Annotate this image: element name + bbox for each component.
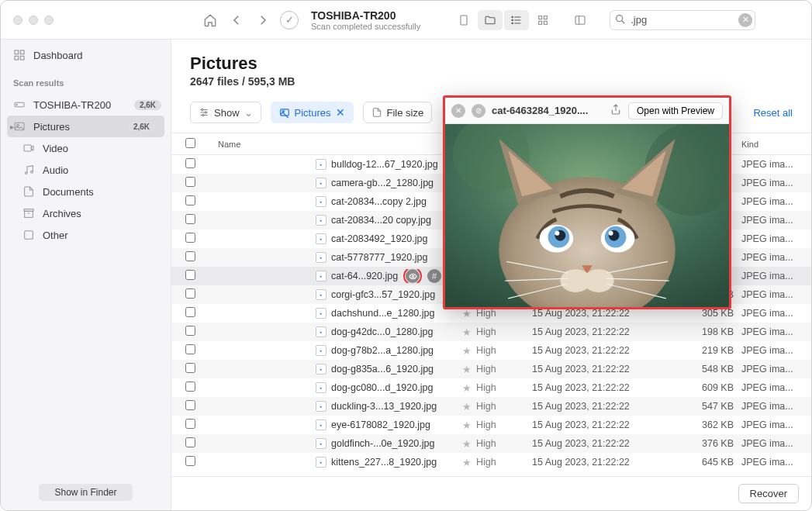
minimize-window-icon[interactable] <box>29 16 38 25</box>
preview-icon[interactable] <box>406 269 420 283</box>
file-kind: JPEG ima... <box>741 271 811 281</box>
star-icon: ★ <box>462 438 472 450</box>
file-name: dog-g835a...6_1920.jpg <box>331 364 434 375</box>
row-checkbox[interactable] <box>185 400 195 410</box>
zoom-window-icon[interactable] <box>44 16 54 25</box>
row-checkbox[interactable] <box>185 456 195 466</box>
select-all-checkbox[interactable] <box>185 138 195 148</box>
clear-search-icon[interactable]: ✕ <box>738 13 752 27</box>
chevron-right-icon[interactable]: ▸ <box>10 123 14 131</box>
sidebar-item-video[interactable]: Video <box>1 137 171 159</box>
file-kind: JPEG ima... <box>741 457 811 468</box>
recovery-chance: High <box>476 382 496 393</box>
row-checkbox[interactable] <box>185 419 195 429</box>
row-checkbox[interactable] <box>185 437 195 447</box>
remove-chip-icon[interactable]: ✕ <box>336 106 345 119</box>
search-input[interactable] <box>610 10 755 30</box>
table-row[interactable]: ▪dog-g78b2...a_1280.jpg★High15 Aug 2023,… <box>171 341 811 360</box>
scan-status-text: Scan completed successfully <box>311 22 420 31</box>
file-name: camera-gb...2_1280.jpg <box>331 178 434 188</box>
table-row[interactable]: ▪dog-g835a...6_1920.jpg★High15 Aug 2023,… <box>171 360 811 378</box>
view-grid-icon[interactable] <box>530 10 555 30</box>
row-checkbox[interactable] <box>185 382 195 392</box>
file-date: 15 Aug 2023, 21:22:22 <box>532 326 672 337</box>
file-name: dachshund...e_1280.jpg <box>331 308 434 319</box>
hex-icon[interactable]: # <box>427 269 441 283</box>
table-row[interactable]: ▪dog-g42dc...0_1280.jpg★High15 Aug 2023,… <box>171 323 811 341</box>
close-window-icon[interactable] <box>13 16 22 25</box>
drive-title: TOSHIBA-TR200 <box>311 9 420 22</box>
file-name: cat-20834...copy 2.jpg <box>331 196 427 207</box>
filesize-filter-button[interactable]: File size <box>363 102 433 123</box>
view-page-icon[interactable] <box>451 10 476 30</box>
recovery-chance: High <box>476 420 496 430</box>
documents-icon <box>22 185 35 198</box>
row-checkbox[interactable] <box>185 195 195 205</box>
col-kind[interactable]: Kind <box>741 140 811 149</box>
file-type-icon: ▪ <box>316 271 327 281</box>
view-folder-icon[interactable] <box>478 10 503 30</box>
sidebar-item-label: Video <box>43 143 68 154</box>
back-icon[interactable] <box>227 11 246 29</box>
view-list-icon[interactable] <box>504 10 529 30</box>
reset-all-link[interactable]: Reset all <box>753 107 793 119</box>
star-icon: ★ <box>462 364 472 375</box>
row-checkbox[interactable] <box>185 214 195 224</box>
home-icon[interactable] <box>201 11 219 29</box>
drive-icon <box>13 98 26 111</box>
file-name: dog-g42dc...0_1280.jpg <box>331 326 433 337</box>
row-checkbox[interactable] <box>185 344 195 354</box>
sidebar-item-other[interactable]: Other <box>1 224 171 246</box>
table-row[interactable]: ▪goldfinch-...0e_1920.jpg★High15 Aug 202… <box>171 434 811 453</box>
sidebar-item-audio[interactable]: Audio <box>1 159 171 181</box>
share-icon[interactable] <box>610 103 622 118</box>
pictures-icon <box>279 107 290 118</box>
block-icon[interactable]: ⊘ <box>472 104 485 118</box>
svg-point-35 <box>202 114 204 116</box>
row-checkbox[interactable] <box>185 326 195 336</box>
recover-button[interactable]: Recover <box>738 484 799 503</box>
file-type-icon: ▪ <box>316 252 327 263</box>
table-row[interactable]: ▪duckling-3...13_1920.jpg★High15 Aug 202… <box>171 397 811 416</box>
row-checkbox[interactable] <box>185 363 195 373</box>
file-size: 198 KB <box>672 326 741 337</box>
close-preview-icon[interactable]: ✕ <box>451 104 465 118</box>
file-date: 15 Aug 2023, 21:22:22 <box>532 308 672 319</box>
sidebar-item-documents[interactable]: Documents <box>1 181 171 202</box>
recovery-chance: High <box>476 438 496 449</box>
svg-rect-29 <box>25 231 33 240</box>
sidebar-item-label: Other <box>43 230 68 241</box>
table-row[interactable]: ▪eye-6178082_1920.jpg★High15 Aug 2023, 2… <box>171 416 811 434</box>
pictures-filter-chip[interactable]: Pictures ✕ <box>271 102 354 123</box>
row-checkbox[interactable] <box>185 270 195 280</box>
sidebar-dashboard[interactable]: Dashboard <box>1 44 171 66</box>
table-row[interactable]: ▪dog-gc080...d_1920.jpg★High15 Aug 2023,… <box>171 378 811 397</box>
search-field[interactable]: ✕ <box>610 10 755 30</box>
sidebar-item-label: Pictures <box>33 121 70 133</box>
show-in-finder-button[interactable]: Show in Finder <box>39 484 132 501</box>
col-name[interactable]: Name <box>218 140 240 149</box>
row-checkbox[interactable] <box>185 288 195 299</box>
file-type-icon: ▪ <box>316 159 327 170</box>
forward-icon[interactable] <box>254 11 272 29</box>
file-name: cat-2083492_1920.jpg <box>331 233 427 244</box>
row-checkbox[interactable] <box>185 251 195 261</box>
sidebar-drive[interactable]: TOSHIBA-TR200 2,6K <box>1 94 171 116</box>
show-filter-button[interactable]: Show ⌄ <box>190 102 261 123</box>
svg-point-38 <box>412 275 414 278</box>
file-kind: JPEG ima... <box>741 401 811 412</box>
row-checkbox[interactable] <box>185 158 195 168</box>
file-name: dog-gc080...d_1920.jpg <box>331 382 433 393</box>
row-checkbox[interactable] <box>185 233 195 243</box>
sidebar-pictures[interactable]: ▸ Pictures 2,6K <box>7 116 164 137</box>
svg-rect-9 <box>539 21 542 24</box>
open-with-preview-button[interactable]: Open with Preview <box>628 102 723 119</box>
file-type-icon: ▪ <box>316 178 327 188</box>
table-row[interactable]: ▪kittens_227...8_1920.jpg★High15 Aug 202… <box>171 453 811 471</box>
file-kind: JPEG ima... <box>741 364 811 375</box>
row-checkbox[interactable] <box>185 307 195 317</box>
svg-point-50 <box>609 231 613 236</box>
row-checkbox[interactable] <box>185 177 195 187</box>
sidebar-toggle-icon[interactable] <box>568 10 593 30</box>
sidebar-item-archives[interactable]: Archives <box>1 202 171 224</box>
